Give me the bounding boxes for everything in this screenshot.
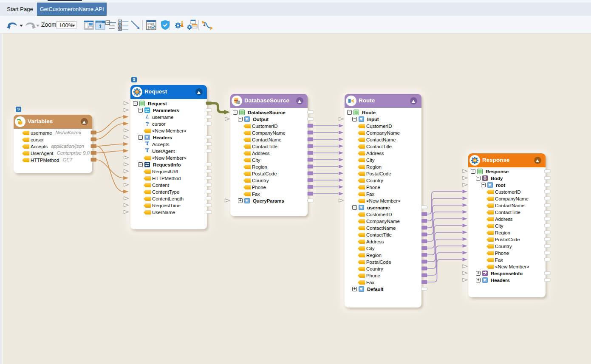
svg-text:10: 10 xyxy=(147,26,151,29)
svg-text:0101: 0101 xyxy=(147,23,155,26)
